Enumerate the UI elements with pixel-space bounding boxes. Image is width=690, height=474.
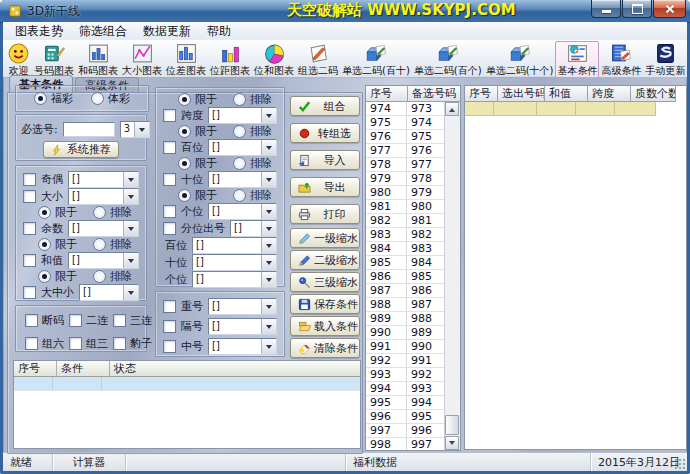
candidate-row[interactable]: 974973 xyxy=(366,102,445,116)
toolbar-button-basic-condition[interactable]: 基本条件 xyxy=(555,41,599,78)
minimize-button[interactable] xyxy=(591,0,621,18)
candidate-row[interactable]: 996995 xyxy=(366,410,445,424)
scroll-up-icon[interactable] xyxy=(445,102,459,116)
toolbar-button-pos-dist-chart[interactable]: 位距图表 xyxy=(208,41,252,78)
sum-value-scope-exclude-radio[interactable]: 排除 xyxy=(93,269,132,284)
close-button[interactable] xyxy=(653,0,686,18)
candidate-row[interactable]: 987986 xyxy=(366,284,445,298)
candidate-row[interactable]: 988987 xyxy=(366,298,445,312)
result-selected-row[interactable] xyxy=(465,102,686,115)
flag-broken-code[interactable]: 断码 xyxy=(25,313,69,329)
sum-value-checkbox[interactable] xyxy=(23,254,36,267)
candidate-row[interactable]: 997996 xyxy=(366,424,445,438)
candidate-row[interactable]: 977976 xyxy=(366,144,445,158)
toolbar-button-manual-update[interactable]: 手动更新 xyxy=(643,41,687,78)
toolbar-button-sum-chart[interactable]: 和码图表 xyxy=(76,41,120,78)
required-number-input[interactable] xyxy=(63,122,115,137)
flag-leopard[interactable]: 豹子 xyxy=(113,336,157,352)
candidate-row[interactable]: 990989 xyxy=(366,326,445,340)
shrink-level-1-button[interactable]: 一级缩水 xyxy=(290,228,360,248)
position-out-checkbox[interactable] xyxy=(163,222,176,235)
clear-condition-button[interactable]: 清除条件 xyxy=(290,338,360,358)
flag-two-consecutive[interactable]: 二连 xyxy=(69,313,113,329)
flag-group-three[interactable]: 组三 xyxy=(69,336,113,352)
big-small-scope-exclude-radio[interactable]: 排除 xyxy=(93,205,132,220)
span-scope-limit-radio[interactable]: 限于 xyxy=(178,124,217,139)
menu-item-4[interactable]: 帮助 xyxy=(199,22,239,41)
candidate-row[interactable]: 975974 xyxy=(366,116,445,130)
toolbar-button-pos-sum-chart[interactable]: 位和图表 xyxy=(252,41,296,78)
candidate-row[interactable]: 992991 xyxy=(366,354,445,368)
toolbar-button-single-select-two-sg[interactable]: 单选二码(十个) xyxy=(484,41,556,78)
big-small-dropdown[interactable]: [] xyxy=(68,188,139,205)
flag-group-six[interactable]: 组六 xyxy=(25,336,69,352)
position-tens-dropdown[interactable]: [] xyxy=(192,254,277,271)
big-mid-small-scope-limit-radio[interactable]: 限于 xyxy=(178,92,217,107)
candidate-row[interactable]: 979978 xyxy=(366,172,445,186)
required-count-select[interactable]: 3 xyxy=(120,121,150,138)
candidate-scrollbar[interactable] xyxy=(444,102,460,450)
toolbar-button-pos-diff-chart[interactable]: 位差图表 xyxy=(164,41,208,78)
units-dropdown[interactable]: [] xyxy=(208,203,277,220)
repeat-number-dropdown[interactable]: [] xyxy=(208,298,277,315)
three-consecutive-checkbox[interactable] xyxy=(113,314,126,327)
remainder-dropdown[interactable]: [] xyxy=(68,220,139,237)
shrink-level-2-button[interactable]: 二级缩水 xyxy=(290,250,360,270)
group-six-checkbox[interactable] xyxy=(25,337,38,350)
hundreds-dropdown[interactable]: [] xyxy=(208,139,277,156)
broken-code-checkbox[interactable] xyxy=(25,314,38,327)
load-condition-button[interactable]: 载入条件 xyxy=(290,316,360,336)
toolbar-button-advanced-condition[interactable]: 高级条件 xyxy=(599,41,643,78)
candidate-row[interactable]: 994993 xyxy=(366,382,445,396)
candidate-row[interactable]: 978977 xyxy=(366,158,445,172)
toolbar-button-single-select-two-bs[interactable]: 单选二码(百十) xyxy=(340,41,412,78)
export-button[interactable]: 导出 xyxy=(290,177,360,197)
remainder-checkbox[interactable] xyxy=(23,222,36,235)
span-scope-exclude-radio[interactable]: 排除 xyxy=(233,124,272,139)
candidate-row[interactable]: 983982 xyxy=(366,228,445,242)
middle-number-dropdown[interactable]: [] xyxy=(208,338,277,355)
remainder-scope-limit-radio[interactable]: 限于 xyxy=(38,237,77,252)
candidate-row[interactable]: 995994 xyxy=(366,396,445,410)
flag-three-consecutive[interactable]: 三连 xyxy=(113,313,157,329)
sum-value-scope-limit-radio[interactable]: 限于 xyxy=(38,269,77,284)
hundreds-scope-exclude-radio[interactable]: 排除 xyxy=(233,156,272,171)
condition-selected-row[interactable] xyxy=(14,377,360,391)
menu-item-3[interactable]: 数据更新 xyxy=(135,22,199,41)
candidate-row[interactable]: 991990 xyxy=(366,340,445,354)
skip-number-checkbox[interactable] xyxy=(163,320,176,333)
tens-checkbox[interactable] xyxy=(163,173,176,186)
lottery-type-ticai[interactable]: 体彩 xyxy=(91,91,130,106)
candidate-row[interactable]: 998997 xyxy=(366,438,445,450)
system-recommend-button[interactable]: 系统推荐 xyxy=(43,141,119,158)
resize-grip[interactable] xyxy=(674,458,686,470)
candidate-row[interactable]: 982981 xyxy=(366,214,445,228)
hundreds-checkbox[interactable] xyxy=(163,141,176,154)
candidate-row[interactable]: 993992 xyxy=(366,368,445,382)
shrink-level-3-button[interactable]: 三级缩水 xyxy=(290,272,360,292)
units-checkbox[interactable] xyxy=(163,205,176,218)
import-button[interactable]: 导入 xyxy=(290,150,360,170)
remainder-scope-exclude-radio[interactable]: 排除 xyxy=(93,237,132,252)
repeat-number-checkbox[interactable] xyxy=(163,300,176,313)
position-units-dropdown[interactable]: [] xyxy=(192,271,277,288)
scroll-down-icon[interactable] xyxy=(445,436,459,450)
candidate-row[interactable]: 984983 xyxy=(366,242,445,256)
two-consecutive-checkbox[interactable] xyxy=(69,314,82,327)
toolbar-button-welcome[interactable]: 欢迎 xyxy=(5,41,32,78)
big-mid-small-checkbox[interactable] xyxy=(23,286,36,299)
big-mid-small-scope-exclude-radio[interactable]: 排除 xyxy=(233,92,272,107)
odd-even-checkbox[interactable] xyxy=(23,173,36,186)
middle-number-checkbox[interactable] xyxy=(163,340,176,353)
candidate-row[interactable]: 989988 xyxy=(366,312,445,326)
menu-item-1[interactable]: 图表走势 xyxy=(7,22,71,41)
candidate-row[interactable]: 986985 xyxy=(366,270,445,284)
position-hundreds-dropdown[interactable]: [] xyxy=(192,237,277,254)
big-mid-small-dropdown[interactable]: [] xyxy=(79,284,139,301)
candidate-row[interactable]: 976975 xyxy=(366,130,445,144)
print-button[interactable]: 打印 xyxy=(290,204,360,224)
leopard-checkbox[interactable] xyxy=(113,337,126,350)
tens-scope-exclude-radio[interactable]: 排除 xyxy=(233,188,272,203)
big-small-scope-limit-radio[interactable]: 限于 xyxy=(38,205,77,220)
big-small-checkbox[interactable] xyxy=(23,190,36,203)
